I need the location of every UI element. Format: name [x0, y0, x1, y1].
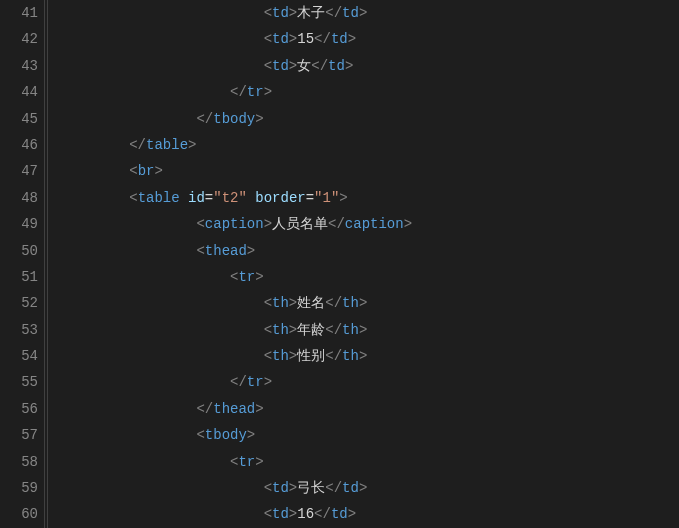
token-bracket: </: [325, 0, 342, 26]
indent: [62, 26, 264, 52]
token-eq: =: [205, 185, 213, 211]
line-number: 51: [0, 264, 44, 290]
code-line[interactable]: <td>女</td>: [62, 53, 679, 79]
token-tag: td: [328, 53, 345, 79]
indent: [62, 264, 230, 290]
token-bracket: </: [325, 317, 342, 343]
token-bracket: >: [255, 264, 263, 290]
code-line[interactable]: </tr>: [62, 79, 679, 105]
token-bracket: </: [196, 396, 213, 422]
code-line[interactable]: <td>15</td>: [62, 26, 679, 52]
token-tag: td: [272, 475, 289, 501]
line-number: 56: [0, 396, 44, 422]
line-number: 50: [0, 238, 44, 264]
token-bracket: >: [255, 106, 263, 132]
indent: [62, 132, 129, 158]
line-number: 60: [0, 501, 44, 527]
token-bracket: </: [325, 290, 342, 316]
token-bracket: >: [255, 396, 263, 422]
token-tag: th: [342, 317, 359, 343]
token-attr-name: id: [188, 185, 205, 211]
code-line[interactable]: <tr>: [62, 449, 679, 475]
token-bracket: <: [230, 264, 238, 290]
token-tag: tr: [238, 449, 255, 475]
token-bracket: </: [325, 475, 342, 501]
token-bracket: <: [129, 158, 137, 184]
token-text: [180, 185, 188, 211]
code-line[interactable]: </thead>: [62, 396, 679, 422]
token-tag: td: [342, 0, 359, 26]
indent: [62, 158, 129, 184]
line-number: 57: [0, 422, 44, 448]
code-line[interactable]: <tr>: [62, 264, 679, 290]
token-bracket: <: [264, 53, 272, 79]
line-number: 59: [0, 475, 44, 501]
code-line[interactable]: <table id="t2" border="1">: [62, 185, 679, 211]
token-bracket: <: [264, 343, 272, 369]
token-bracket: </: [230, 369, 247, 395]
token-bracket: </: [196, 106, 213, 132]
line-number: 43: [0, 53, 44, 79]
indent: [62, 79, 230, 105]
token-bracket: <: [264, 501, 272, 527]
token-bracket: >: [289, 343, 297, 369]
token-bracket: >: [154, 158, 162, 184]
token-bracket: >: [289, 290, 297, 316]
token-bracket: <: [196, 211, 204, 237]
token-tag: td: [272, 53, 289, 79]
token-bracket: <: [129, 185, 137, 211]
line-number: 55: [0, 369, 44, 395]
code-line[interactable]: </table>: [62, 132, 679, 158]
code-line[interactable]: </tbody>: [62, 106, 679, 132]
line-number: 52: [0, 290, 44, 316]
token-bracket: >: [359, 343, 367, 369]
code-line[interactable]: <td>16</td>: [62, 501, 679, 527]
token-bracket: >: [255, 449, 263, 475]
code-line[interactable]: <caption>人员名单</caption>: [62, 211, 679, 237]
token-bracket: >: [264, 79, 272, 105]
indent: [62, 290, 264, 316]
token-bracket: >: [345, 53, 353, 79]
code-editor[interactable]: 4142434445464748495051525354555657585960…: [0, 0, 679, 528]
code-line[interactable]: <td>木子</td>: [62, 0, 679, 26]
code-line[interactable]: <th>性别</th>: [62, 343, 679, 369]
line-number: 49: [0, 211, 44, 237]
token-bracket: >: [289, 53, 297, 79]
token-bracket: >: [359, 317, 367, 343]
code-line[interactable]: <tbody>: [62, 422, 679, 448]
line-number: 47: [0, 158, 44, 184]
token-tag: td: [342, 475, 359, 501]
token-bracket: >: [264, 211, 272, 237]
code-line[interactable]: <th>年龄</th>: [62, 317, 679, 343]
token-bracket: <: [196, 422, 204, 448]
token-tag: tr: [247, 79, 264, 105]
token-tag: table: [138, 185, 180, 211]
token-bracket: </: [314, 26, 331, 52]
token-bracket: >: [264, 369, 272, 395]
token-tag: td: [272, 26, 289, 52]
indent: [62, 449, 230, 475]
indent: [62, 501, 264, 527]
code-line[interactable]: <td>弓长</td>: [62, 475, 679, 501]
indent: [62, 422, 196, 448]
token-tag: th: [272, 317, 289, 343]
code-line[interactable]: <th>姓名</th>: [62, 290, 679, 316]
token-bracket: >: [289, 26, 297, 52]
token-attr-val: "t2": [213, 185, 247, 211]
token-bracket: >: [404, 211, 412, 237]
indent: [62, 106, 196, 132]
code-line[interactable]: <br>: [62, 158, 679, 184]
code-line[interactable]: <thead>: [62, 238, 679, 264]
token-bracket: </: [230, 79, 247, 105]
line-number: 41: [0, 0, 44, 26]
code-line[interactable]: </tr>: [62, 369, 679, 395]
token-tag: th: [272, 343, 289, 369]
code-area[interactable]: <td>木子</td> <td>15</td> <td>女</td> </tr>…: [48, 0, 679, 528]
token-bracket: >: [289, 317, 297, 343]
token-bracket: <: [264, 317, 272, 343]
token-bracket: <: [264, 0, 272, 26]
token-bracket: <: [264, 26, 272, 52]
token-attr-val: "1": [314, 185, 339, 211]
token-bracket: </: [328, 211, 345, 237]
token-tag: br: [138, 158, 155, 184]
